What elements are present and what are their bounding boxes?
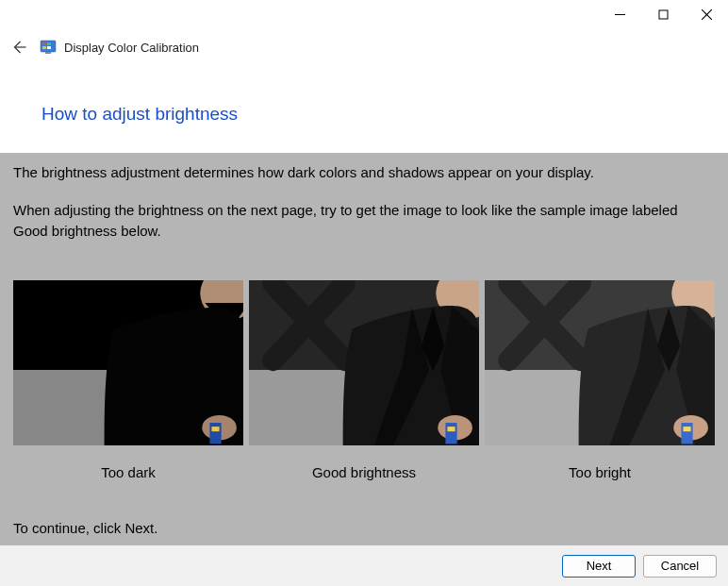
svg-rect-22 (447, 427, 455, 431)
svg-rect-6 (42, 42, 46, 45)
svg-rect-1 (659, 10, 668, 19)
app-title: Display Color Calibration (64, 41, 199, 55)
window-titlebar (0, 0, 728, 28)
next-button[interactable]: Next (562, 555, 636, 578)
back-button[interactable] (6, 34, 32, 60)
sample-good: Good brightness (249, 280, 479, 480)
display-calibration-icon (40, 39, 57, 56)
wizard-footer: Next Cancel (0, 545, 728, 586)
arrow-left-icon (10, 39, 27, 56)
continue-text: To continue, click Next. (13, 518, 715, 539)
svg-rect-10 (45, 52, 51, 54)
svg-rect-27 (681, 423, 692, 444)
svg-rect-21 (445, 423, 456, 444)
sample-image-good (249, 280, 479, 445)
sample-too-bright: Too bright (485, 280, 715, 480)
page-heading-area: How to adjust brightness (0, 66, 728, 153)
cancel-button[interactable]: Cancel (643, 555, 717, 578)
svg-rect-7 (47, 42, 51, 45)
wizard-body: The brightness adjustment determines how… (0, 153, 728, 554)
wizard-header: Display Color Calibration (0, 28, 728, 66)
window-minimize-button[interactable] (598, 0, 641, 28)
window-close-button[interactable] (685, 0, 728, 28)
sample-images-row: Too dark Good br (13, 280, 715, 480)
sample-caption: Good brightness (249, 464, 479, 480)
svg-rect-15 (209, 423, 221, 444)
sample-image-too-dark (13, 280, 243, 445)
intro-text-2: When adjusting the brightness on the nex… (13, 200, 715, 242)
sample-image-too-bright (485, 280, 715, 445)
svg-rect-16 (211, 427, 219, 431)
sample-caption: Too dark (13, 464, 243, 480)
svg-rect-9 (47, 46, 51, 49)
svg-rect-28 (683, 427, 690, 431)
sample-too-dark: Too dark (13, 280, 243, 480)
svg-rect-8 (42, 46, 46, 49)
sample-caption: Too bright (485, 464, 715, 480)
intro-text-1: The brightness adjustment determines how… (13, 162, 715, 183)
window-maximize-button[interactable] (641, 0, 685, 28)
page-heading: How to adjust brightness (41, 104, 728, 125)
